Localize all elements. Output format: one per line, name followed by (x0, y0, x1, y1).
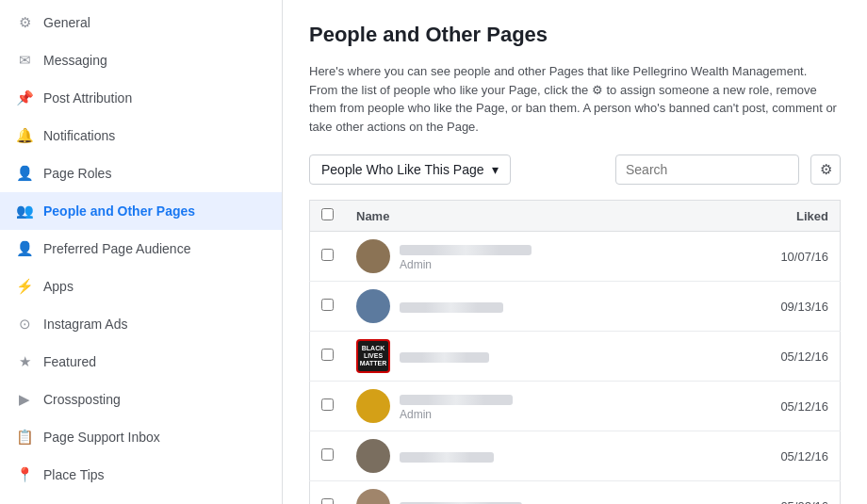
row-checkbox-5[interactable] (321, 448, 334, 461)
sidebar-label-instagram-ads: Instagram Ads (43, 316, 267, 333)
dropdown-label: People Who Like This Page (321, 162, 484, 177)
table-row: 05/12/16 (310, 431, 841, 481)
table-row: Admin10/07/16 (310, 232, 841, 282)
sidebar-label-crossposting: Crossposting (43, 391, 267, 408)
admin-tag: Admin (400, 408, 432, 421)
avatar: BLACKLIVESMATTER (356, 339, 390, 373)
sidebar: ⚙General✉Messaging📌Post Attribution🔔Noti… (0, 0, 283, 504)
liked-date: 09/13/16 (765, 282, 841, 332)
sidebar-item-notifications[interactable]: 🔔Notifications (0, 117, 282, 154)
liked-date: 05/02/16 (765, 481, 841, 505)
preferred-page-audience-icon: 👤 (15, 239, 34, 258)
sidebar-label-notifications: Notifications (43, 127, 267, 144)
featured-icon: ★ (15, 352, 34, 371)
sidebar-label-post-attribution: Post Attribution (43, 89, 267, 106)
sidebar-item-featured[interactable]: ★Featured (0, 343, 282, 381)
select-all-column (310, 201, 346, 232)
messaging-icon: ✉ (15, 51, 34, 70)
person-name-info (400, 349, 489, 364)
person-name-info (400, 299, 503, 314)
person-name-info: Admin (400, 391, 513, 421)
page-support-inbox-icon: 📋 (15, 428, 34, 447)
row-checkbox-2[interactable] (321, 299, 334, 311)
chevron-down-icon: ▾ (492, 162, 499, 177)
page-title: People and Other Pages (309, 23, 841, 47)
avatar (356, 439, 390, 473)
blurred-name (400, 302, 503, 313)
people-and-other-pages-icon: 👥 (15, 202, 34, 220)
sidebar-label-page-roles: Page Roles (43, 165, 267, 182)
people-filter-dropdown[interactable]: People Who Like This Page ▾ (309, 154, 511, 185)
sidebar-label-place-tips: Place Tips (43, 466, 267, 483)
sidebar-label-general: General (43, 14, 267, 31)
instagram-ads-icon: ⊙ (15, 315, 34, 333)
blurred-name (400, 245, 532, 255)
select-all-checkbox[interactable] (321, 208, 334, 220)
person-name-info (400, 498, 522, 504)
row-checkbox-3[interactable] (321, 349, 334, 361)
sidebar-item-preferred-page-audience[interactable]: 👤Preferred Page Audience (0, 230, 282, 268)
page-roles-icon: 👤 (15, 164, 34, 183)
sidebar-label-messaging: Messaging (43, 52, 267, 69)
sidebar-item-place-tips[interactable]: 📍Place Tips (0, 456, 282, 494)
row-checkbox-4[interactable] (321, 398, 334, 411)
place-tips-icon: 📍 (15, 465, 34, 484)
table-row: Admin05/12/16 (310, 382, 841, 431)
general-icon: ⚙ (15, 13, 34, 32)
table-row: BLACKLIVESMATTER05/12/16 (310, 332, 841, 382)
sidebar-item-page-roles[interactable]: 👤Page Roles (0, 154, 282, 192)
search-input[interactable] (615, 154, 799, 185)
name-column-header: Name (345, 201, 765, 232)
avatar (356, 289, 390, 323)
sidebar-label-people-and-other-pages: People and Other Pages (43, 203, 267, 219)
person-name-info (400, 448, 494, 463)
sidebar-label-featured: Featured (43, 353, 267, 370)
liked-date: 05/12/16 (765, 431, 841, 481)
table-row: 09/13/16 (310, 282, 841, 332)
blurred-name (400, 395, 513, 405)
apps-icon: ⚡ (15, 277, 34, 296)
admin-tag: Admin (400, 258, 432, 271)
avatar (356, 389, 390, 423)
blurred-name (400, 452, 494, 463)
row-checkbox-6[interactable] (321, 498, 334, 504)
person-name-info: Admin (400, 241, 532, 271)
sidebar-item-instagram-ads[interactable]: ⊙Instagram Ads (0, 305, 282, 343)
sidebar-item-apps[interactable]: ⚡Apps (0, 268, 282, 305)
notifications-icon: 🔔 (15, 126, 34, 145)
avatar (356, 489, 390, 504)
controls-bar: People Who Like This Page ▾ ⚙ (309, 154, 841, 185)
row-checkbox-1[interactable] (321, 249, 334, 261)
sidebar-label-apps: Apps (43, 278, 267, 295)
sidebar-item-people-and-other-pages[interactable]: 👥People and Other Pages (0, 192, 282, 230)
sidebar-label-page-support-inbox: Page Support Inbox (43, 429, 267, 446)
liked-date: 05/12/16 (765, 332, 841, 382)
people-table: Name Liked Admin10/07/1609/13/16BLACKLIV… (309, 200, 841, 504)
liked-column-header: Liked (765, 201, 841, 232)
sidebar-item-general[interactable]: ⚙General (0, 4, 282, 41)
settings-gear-button[interactable]: ⚙ (810, 154, 841, 185)
avatar (356, 239, 390, 273)
liked-date: 05/12/16 (765, 382, 841, 431)
sidebar-item-post-attribution[interactable]: 📌Post Attribution (0, 79, 282, 117)
sidebar-item-messaging[interactable]: ✉Messaging (0, 41, 282, 79)
sidebar-item-page-support-inbox[interactable]: 📋Page Support Inbox (0, 418, 282, 456)
liked-date: 10/07/16 (765, 232, 841, 282)
post-attribution-icon: 📌 (15, 89, 34, 107)
table-row: 05/02/16 (310, 481, 841, 505)
sidebar-item-crossposting[interactable]: ▶Crossposting (0, 381, 282, 418)
sidebar-label-preferred-page-audience: Preferred Page Audience (43, 240, 267, 257)
main-content: People and Other Pages Here's where you … (283, 0, 867, 504)
crossposting-icon: ▶ (15, 390, 34, 409)
blurred-name (400, 352, 489, 363)
page-description: Here's where you can see people and othe… (309, 62, 837, 136)
gear-icon: ⚙ (820, 161, 832, 178)
